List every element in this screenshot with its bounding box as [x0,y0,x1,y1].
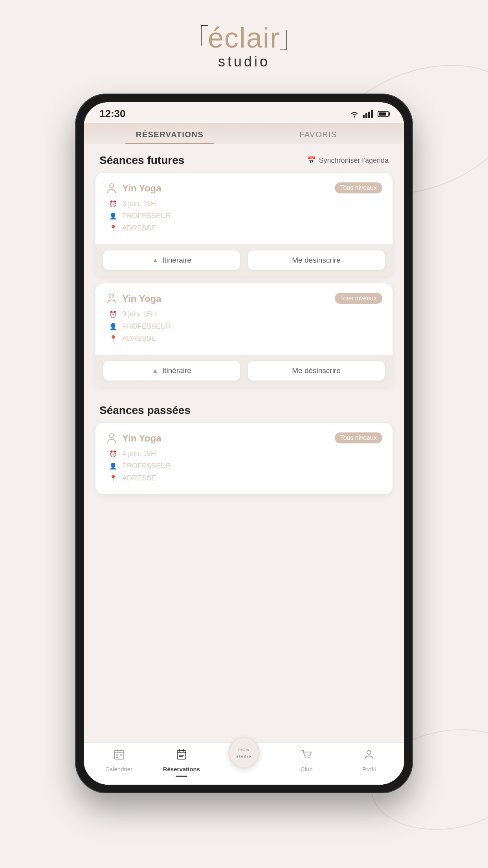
center-logo-text: éclair studio [237,747,252,759]
session-date-2: 9 juin, 15H [122,310,156,318]
nav-reservations[interactable]: Réservations [150,748,213,777]
session-card-2: Yin Yoga Tous niveaux ⏰ 9 juin, 15H 👤 [95,283,393,387]
level-badge-1: Tous niveaux [335,182,382,193]
session-address-2: ADRESSE [122,335,156,343]
logo-area: éclair studio [208,24,280,70]
itinerary-btn-2[interactable]: ▲ Itinéraire [103,361,240,381]
card-actions-1: ▲ Itinéraire Me désinscrire [95,244,393,276]
session-teacher-3: PROFESSEUR [122,462,171,470]
map-icon-1: 📍 [109,224,117,232]
sync-button[interactable]: 📅 Synchroniser l'agenda [307,156,389,165]
calendar-sync-icon: 📅 [307,156,316,165]
logo-studio: studio [218,53,270,70]
calendar-icon [113,748,125,763]
phone-frame: 12:30 [75,94,413,793]
clock-icon-3: ⏰ [109,450,117,458]
cart-icon [300,748,313,763]
svg-point-11 [367,750,371,754]
session-teacher-1: PROFESSEUR [122,212,171,220]
tab-favoris[interactable]: FAVORIS [244,123,393,144]
person-icon-3 [106,432,117,444]
tab-reservations[interactable]: RÉSERVATIONS [95,123,244,144]
session-address-1: ADRESSE [122,224,156,232]
navigate-icon-1: ▲ [152,257,158,264]
svg-point-9 [305,757,306,758]
svg-rect-7 [116,757,118,758]
session-name-3: Yin Yoga [122,433,161,444]
nav-reservations-label: Réservations [163,766,200,772]
signal-icon [363,110,373,118]
svg-rect-4 [114,750,124,759]
session-name-2: Yin Yoga [122,293,161,304]
svg-rect-6 [120,754,122,756]
status-bar: 12:30 [84,102,404,123]
nav-calendrier-label: Calendrier [105,766,132,772]
session-date-3: 4 juin, 15H [122,450,156,458]
profile-icon [363,748,375,763]
nav-club-label: Club [301,766,313,772]
status-icons [349,110,389,118]
svg-point-1 [110,184,114,188]
session-address-3: ADRESSE [122,474,156,482]
svg-point-10 [308,757,310,758]
session-card-1: Yin Yoga Tous niveaux ⏰ 3 juin, 15H 👤 [95,173,393,276]
teacher-icon-3: 👤 [109,462,117,470]
center-logo-btn[interactable]: éclair studio [228,737,260,769]
clock-icon-2: ⏰ [109,311,117,318]
section-futures-header: Séances futures 📅 Synchroniser l'agenda [95,144,393,173]
session-name-1: Yin Yoga [122,183,161,194]
main-content[interactable]: Séances futures 📅 Synchroniser l'agenda [84,144,404,742]
status-time: 12:30 [99,108,126,120]
svg-rect-5 [116,754,118,756]
session-card-3: Yin Yoga Tous niveaux ⏰ 4 juin, 15H 👤 [95,423,393,494]
svg-point-2 [110,294,114,298]
session-teacher-2: PROFESSEUR [122,322,171,331]
nav-center[interactable]: éclair studio [213,748,275,777]
session-details-1: ⏰ 3 juin, 15H 👤 PROFESSEUR 📍 ADRESSE [106,200,382,232]
logo-text: éclair [208,24,280,52]
session-details-3: ⏰ 4 juin, 15H 👤 PROFESSEUR 📍 ADRESSE [106,450,382,482]
map-icon-2: 📍 [109,335,117,342]
itinerary-btn-1[interactable]: ▲ Itinéraire [103,250,240,270]
card-actions-2: ▲ Itinéraire Me désinscrire [95,355,393,387]
session-date-1: 3 juin, 15H [122,200,156,208]
unsubscribe-btn-2[interactable]: Me désinscrire [248,361,385,381]
nav-profil[interactable]: Profil [338,748,400,777]
level-badge-2: Tous niveaux [335,293,382,304]
unsubscribe-btn-1[interactable]: Me désinscrire [248,250,385,270]
nav-profil-label: Profil [362,766,376,772]
phone-screen: 12:30 [84,102,404,785]
battery-icon [378,111,389,117]
svg-point-0 [354,116,355,118]
person-icon-2 [106,293,117,305]
reservations-nav-icon [175,748,188,763]
section-passed-header: Séances passées [95,394,393,423]
bottom-nav: Calendrier Réservations [84,742,404,785]
navigate-icon-2: ▲ [152,367,158,374]
nav-calendrier[interactable]: Calendrier [88,748,150,777]
nav-club[interactable]: Club [275,748,338,777]
section-passed-title: Séances passées [99,404,191,417]
teacher-icon-1: 👤 [109,212,117,220]
teacher-icon-2: 👤 [109,323,117,330]
wifi-icon [349,110,360,118]
section-futures-title: Séances futures [99,154,184,167]
svg-point-3 [110,434,114,438]
clock-icon-1: ⏰ [109,200,117,208]
level-badge-3: Tous niveaux [335,432,382,443]
session-details-2: ⏰ 9 juin, 15H 👤 PROFESSEUR 📍 ADRESSE [106,310,382,343]
person-icon-1 [106,182,117,194]
tab-header: RÉSERVATIONS FAVORIS [84,123,404,144]
map-icon-3: 📍 [109,474,117,482]
